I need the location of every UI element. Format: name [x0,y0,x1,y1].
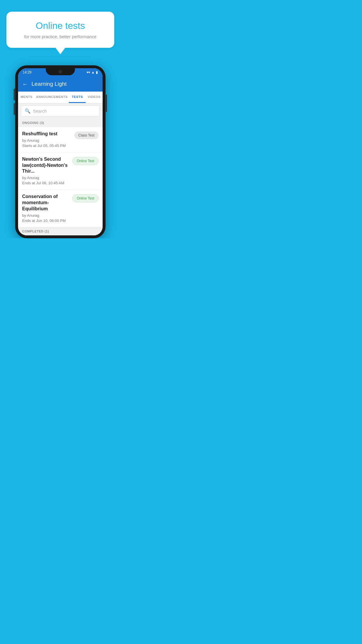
bubble-subtitle: for more practice, better performance [18,34,103,39]
phone-device: 14:29 ▾▾ ▲ ▮ ← Learning Light MENTS ANNO… [15,65,106,238]
test-info: Newton's Second law(contd)-Newton's Thir… [22,156,69,185]
test-date: Ends at Jul 06, 10:45 AM [22,181,69,185]
signal-icon: ▲ [91,70,95,74]
test-badge-online: Online Test [72,157,99,165]
test-name: Conservation of momentum-Equilibrium [22,194,69,212]
test-by: by Anurag [22,213,69,218]
status-icons: ▾▾ ▲ ▮ [87,70,98,74]
tabs-bar: MENTS ANNOUNCEMENTS TESTS VIDEOS [18,92,103,103]
test-name: Reshuffling test [22,131,71,137]
test-info: Conservation of momentum-Equilibrium by … [22,194,69,223]
completed-section-header: COMPLETED (1) [18,227,103,235]
test-badge-online-2: Online Test [72,194,99,202]
phone-btn-power [106,94,107,112]
tab-ments[interactable]: MENTS [18,92,35,103]
phone-screen: 14:29 ▾▾ ▲ ▮ ← Learning Light MENTS ANNO… [18,68,103,235]
test-date: Ends at Jun 10, 06:00 PM [22,218,69,223]
back-button[interactable]: ← [22,81,28,88]
bubble-title: Online tests [18,20,103,31]
test-item[interactable]: Newton's Second law(contd)-Newton's Thir… [18,152,103,190]
search-placeholder: Search [33,108,47,113]
status-time: 14:29 [23,70,31,74]
test-by: by Anurag [22,176,69,180]
app-bar-title: Learning Light [31,81,66,87]
tab-tests[interactable]: TESTS [69,92,86,103]
app-bar: ← Learning Light [18,76,103,92]
search-icon: 🔍 [25,108,31,114]
phone-btn-volume-down [14,103,15,115]
test-item[interactable]: Conservation of momentum-Equilibrium by … [18,190,103,227]
phone-notch [46,68,75,75]
battery-icon: ▮ [96,70,98,74]
test-list: Reshuffling test by Anurag Starts at Jul… [18,127,103,227]
phone-camera [59,70,62,74]
test-by: by Anurag [22,138,71,143]
tab-videos[interactable]: VIDEOS [86,92,103,103]
test-info: Reshuffling test by Anurag Starts at Jul… [22,131,71,148]
test-date: Starts at Jul 05, 05:45 PM [22,144,71,148]
test-item[interactable]: Reshuffling test by Anurag Starts at Jul… [18,127,103,152]
phone-btn-volume-up [14,89,15,100]
ongoing-section-header: ONGOING (3) [18,119,103,127]
test-name: Newton's Second law(contd)-Newton's Thir… [22,156,69,174]
speech-bubble: Online tests for more practice, better p… [6,12,114,48]
promo-section: Online tests for more practice, better p… [0,0,121,51]
search-box[interactable]: 🔍 Search [21,106,100,116]
search-container: 🔍 Search [18,103,103,119]
wifi-icon: ▾▾ [87,70,90,74]
tab-announcements[interactable]: ANNOUNCEMENTS [35,92,69,103]
test-badge-class: Class Test [74,132,99,139]
